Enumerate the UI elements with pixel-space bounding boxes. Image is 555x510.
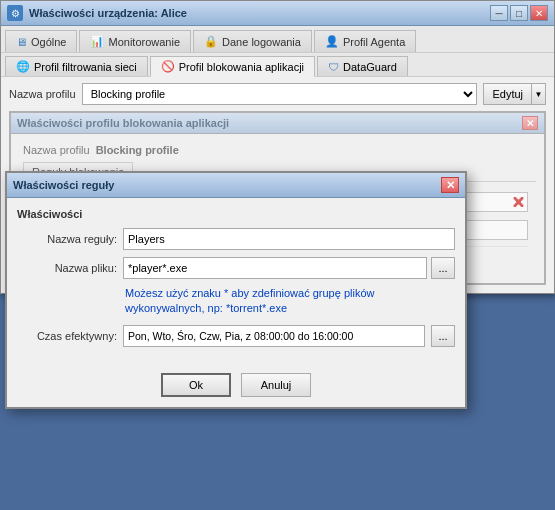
general-icon: 🖥 bbox=[16, 36, 27, 48]
window-controls: ─ □ ✕ bbox=[490, 5, 548, 21]
dataguard-icon: 🛡 bbox=[328, 61, 339, 73]
tab-network-label: Profil filtrowania sieci bbox=[34, 61, 137, 73]
ok-button[interactable]: Ok bbox=[161, 373, 231, 397]
cancel-button[interactable]: Anuluj bbox=[241, 373, 311, 397]
tab-row-2: 🌐 Profil filtrowania sieci 🚫 Profil blok… bbox=[1, 53, 554, 77]
tab-login-data[interactable]: 🔒 Dane logowania bbox=[193, 30, 312, 52]
time-row: Czas efektywny: Pon, Wto, Śro, Czw, Pia,… bbox=[17, 325, 455, 347]
profile-name-value: Blocking profile bbox=[96, 144, 179, 156]
window-icon: ⚙ bbox=[7, 5, 23, 21]
login-icon: 🔒 bbox=[204, 35, 218, 48]
tab-general-label: Ogólne bbox=[31, 36, 66, 48]
file-name-input[interactable] bbox=[123, 257, 427, 279]
rule-name-input[interactable] bbox=[123, 228, 455, 250]
blocking-icon: 🚫 bbox=[161, 60, 175, 73]
tab-agent-profile[interactable]: 👤 Profil Agenta bbox=[314, 30, 416, 52]
profile-name-label: Nazwa profilu bbox=[9, 88, 76, 100]
inline-dialog-close[interactable]: ✕ bbox=[522, 116, 538, 130]
rule-name-label: Nazwa reguły: bbox=[17, 233, 117, 245]
tab-dataguard-label: DataGuard bbox=[343, 61, 397, 73]
rule-name-row: Nazwa reguły: bbox=[17, 228, 455, 250]
modal-dialog: Właściwości reguły ✕ Właściwości Nazwa r… bbox=[5, 171, 467, 409]
profile-select[interactable]: Blocking profile bbox=[82, 83, 478, 105]
monitoring-icon: 📊 bbox=[90, 35, 104, 48]
tab-app-blocking[interactable]: 🚫 Profil blokowania aplikacji bbox=[150, 56, 315, 77]
edit-dropdown-button[interactable]: ▼ bbox=[532, 83, 546, 105]
inline-dialog-title-bar: Właściwości profilu blokowania aplikacji… bbox=[11, 113, 544, 134]
tab-monitoring-label: Monitorowanie bbox=[108, 36, 180, 48]
maximize-button[interactable]: □ bbox=[510, 5, 528, 21]
edit-button[interactable]: Edytuj bbox=[483, 83, 532, 105]
time-label: Czas efektywny: bbox=[17, 330, 117, 342]
tab-monitoring[interactable]: 📊 Monitorowanie bbox=[79, 30, 191, 52]
edit-button-group: Edytuj ▼ bbox=[483, 83, 546, 105]
file-name-row: Nazwa pliku: ... bbox=[17, 257, 455, 279]
modal-title-bar: Właściwości reguły ✕ bbox=[7, 173, 465, 198]
tab-dataguard[interactable]: 🛡 DataGuard bbox=[317, 56, 408, 76]
tab-network-filter[interactable]: 🌐 Profil filtrowania sieci bbox=[5, 56, 148, 76]
title-bar: ⚙ Właściwości urządzenia: Alice ─ □ ✕ bbox=[1, 1, 554, 26]
file-browse-button[interactable]: ... bbox=[431, 257, 455, 279]
modal-body: Właściwości Nazwa reguły: Nazwa pliku: .… bbox=[7, 198, 465, 367]
search-clear-icon[interactable]: 🗙 bbox=[512, 195, 525, 210]
inline-dialog-title-text: Właściwości profilu blokowania aplikacji bbox=[17, 117, 229, 129]
network-icon: 🌐 bbox=[16, 60, 30, 73]
time-browse-button[interactable]: ... bbox=[431, 325, 455, 347]
hint-text: Możesz użyć znaku * aby zdefiniować grup… bbox=[125, 286, 455, 317]
tab-general[interactable]: 🖥 Ogólne bbox=[5, 30, 77, 52]
agent-icon: 👤 bbox=[325, 35, 339, 48]
file-name-label: Nazwa pliku: bbox=[17, 262, 117, 274]
window-title: Właściwości urządzenia: Alice bbox=[29, 7, 484, 19]
profile-name-header: Nazwa profilu Blocking profile bbox=[19, 142, 536, 158]
profile-name-static-label: Nazwa profilu bbox=[23, 144, 90, 156]
tab-login-label: Dane logowania bbox=[222, 36, 301, 48]
profile-name-row: Nazwa profilu Blocking profile Edytuj ▼ bbox=[1, 77, 554, 111]
time-value: Pon, Wto, Śro, Czw, Pia, z 08:00:00 do 1… bbox=[123, 325, 425, 347]
modal-section-label: Właściwości bbox=[17, 208, 455, 220]
close-button[interactable]: ✕ bbox=[530, 5, 548, 21]
tab-row-1: 🖥 Ogólne 📊 Monitorowanie 🔒 Dane logowani… bbox=[1, 26, 554, 53]
minimize-button[interactable]: ─ bbox=[490, 5, 508, 21]
file-input-group: ... bbox=[123, 257, 455, 279]
tab-blocking-label: Profil blokowania aplikacji bbox=[179, 61, 304, 73]
modal-footer: Ok Anuluj bbox=[7, 367, 465, 407]
main-content: Właściwości profilu blokowania aplikacji… bbox=[1, 111, 554, 293]
modal-title-text: Właściwości reguły bbox=[13, 179, 114, 191]
main-window: ⚙ Właściwości urządzenia: Alice ─ □ ✕ 🖥 … bbox=[0, 0, 555, 294]
modal-close-button[interactable]: ✕ bbox=[441, 177, 459, 193]
tab-agent-label: Profil Agenta bbox=[343, 36, 405, 48]
